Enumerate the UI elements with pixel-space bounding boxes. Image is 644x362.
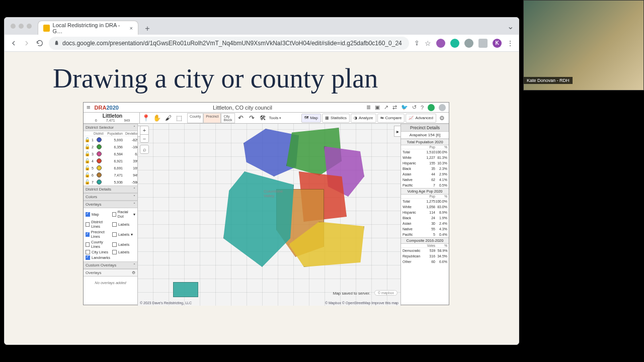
district-row[interactable]: 🔓 6 7,471 949 — [84, 171, 137, 178]
lock-icon[interactable]: 🔓 — [85, 137, 92, 142]
granularity-toggle[interactable]: County Precinct City Block — [187, 113, 235, 123]
lock-icon[interactable]: 🔓 — [85, 172, 92, 177]
overlay-citylines[interactable]: City Lines — [86, 250, 110, 254]
precinct-row: White1,05883.0% — [401, 204, 449, 210]
overlay-labels2[interactable]: Labels ▾ — [112, 230, 135, 239]
district-row[interactable]: 🔓 7 5,936 -586 — [84, 178, 137, 186]
extension-icon[interactable] — [464, 39, 473, 48]
overlay-labels[interactable]: Labels — [112, 220, 135, 229]
new-tab-button[interactable]: + — [141, 23, 153, 35]
menu-icon[interactable]: ≡ — [87, 104, 91, 111]
url-field[interactable]: docs.google.com/presentation/d/1qGwsERo0… — [49, 37, 409, 50]
precinct-row: Hispanic1148.9% — [401, 210, 449, 215]
browser-tab[interactable]: Local Redistricting in DRA - G… × — [38, 21, 138, 35]
map-attrib[interactable]: © Mapbox © OpenStreetMap Improve this ma… — [325, 301, 398, 305]
extension-icon[interactable] — [450, 39, 459, 48]
mode-map-button[interactable]: 🗺Map — [301, 114, 321, 123]
overlay-countylines[interactable]: County Lines — [86, 240, 110, 249]
gear-icon[interactable]: ⚙ — [439, 115, 445, 122]
lock-icon[interactable]: 🔓 — [85, 151, 92, 156]
user-icon[interactable] — [439, 104, 446, 111]
lock-icon[interactable]: 🔓 — [85, 144, 92, 149]
extension-icon[interactable] — [436, 39, 445, 48]
window-controls[interactable] — [11, 24, 32, 29]
district-row[interactable]: 🔓 1 5,693 -829 — [84, 136, 137, 143]
lock-icon[interactable]: 🔓 — [85, 165, 92, 170]
undo-icon[interactable]: ↶ — [236, 113, 246, 123]
overlay-racialdot[interactable]: Racial Dot ▾ — [112, 210, 135, 219]
address-bar: docs.google.com/presentation/d/1qGwsERo0… — [5, 35, 519, 52]
share-icon[interactable]: ⇪ — [414, 39, 420, 47]
collapse-right-icon[interactable]: ▸ — [394, 126, 401, 137]
district-swatch[interactable] — [97, 144, 102, 149]
status-icon[interactable] — [428, 104, 435, 111]
dra-map[interactable]: ◂ ▸ +− ⌕ Columbine Valley — [138, 124, 400, 306]
dra-app: ≡ DRA2020 Littleton, CO city council ≣ ▣… — [83, 102, 449, 305]
tools-icon[interactable]: 🛠 — [258, 113, 268, 123]
district-swatch[interactable] — [97, 151, 102, 156]
panel-district-details[interactable]: District Details˅ — [84, 186, 137, 193]
panel-custom-overlays[interactable]: Custom Overlays˄ — [84, 261, 137, 269]
plan-summary[interactable]: Littleton 6 7,471 949 — [86, 113, 140, 123]
slide-area: Drawing a city or county plan ≡ DRA2020 … — [5, 52, 519, 344]
district-row[interactable]: 🔓 4 6,921 399 — [84, 157, 137, 164]
panel-overlays[interactable]: Overlays˄ — [84, 201, 137, 208]
district-swatch[interactable] — [97, 158, 102, 163]
panel-colors[interactable]: Colors˅ — [84, 193, 137, 201]
district-swatch[interactable] — [97, 179, 102, 185]
precinct-sec-vap: Voting Age Pop 2020 — [401, 188, 449, 195]
gear-small-icon[interactable]: ⚙ — [132, 270, 135, 275]
panel-overlays-sub[interactable]: Overlays⚙ — [84, 269, 137, 277]
district-row[interactable]: 🔓 3 6,584 62 — [84, 150, 137, 157]
panel-district-selector[interactable]: District Selector˄ — [84, 124, 137, 131]
zoom-home-icon[interactable]: ⌕ — [140, 145, 149, 154]
reload-icon[interactable] — [36, 39, 44, 47]
tools-label[interactable]: Tools — [269, 116, 279, 120]
profile-avatar[interactable]: K — [493, 39, 502, 48]
precinct-row: Black241.9% — [401, 215, 449, 221]
overlay-precinctlines[interactable]: Precinct Lines — [86, 230, 110, 239]
dra-toolbar: Littleton 6 7,471 949 📍 ✋ 🖌 ⬚ County Pre… — [84, 113, 449, 124]
mode-advanced-button[interactable]: 📈Advanced — [406, 114, 436, 123]
chevron-up-icon: ˄ — [133, 263, 135, 267]
pin-tool-icon[interactable]: 📍 — [141, 113, 151, 123]
mode-stats-button[interactable]: ▦Statistics — [322, 114, 350, 123]
lock-icon[interactable]: 🔓 — [85, 158, 92, 163]
overlay-landmarks[interactable]: Landmarks — [86, 255, 110, 260]
district-row[interactable]: 🔓 2 6,356 -166 — [84, 143, 137, 150]
overlay-map[interactable]: Map — [86, 210, 110, 219]
redo-icon[interactable]: ↷ — [247, 113, 257, 123]
overlay-districtlines[interactable]: District Lines — [86, 220, 110, 229]
forward-icon[interactable] — [23, 39, 31, 47]
twitter-icon[interactable]: 🐦 — [401, 104, 408, 111]
back-icon[interactable] — [10, 39, 18, 47]
overlay-labels3[interactable]: Labels — [112, 240, 135, 249]
district-row[interactable]: 🔓 5 6,691 169 — [84, 164, 137, 171]
precinct-row: Total1,275100.0% — [401, 199, 449, 204]
open-icon[interactable]: ↗ — [384, 104, 388, 111]
extension-icon[interactable] — [478, 39, 488, 48]
district-swatch[interactable] — [97, 137, 102, 142]
dra-logo: DRA2020 — [95, 105, 119, 111]
kebab-icon[interactable]: ⋮ — [507, 39, 514, 47]
precinct-row: Hispanic15510.3% — [401, 160, 449, 166]
precinct-row: Asian302.4% — [401, 221, 449, 226]
district-swatch[interactable] — [97, 165, 102, 170]
star-icon[interactable]: ☆ — [425, 39, 431, 47]
erase-tool-icon[interactable]: ⬚ — [174, 113, 184, 123]
list-icon[interactable]: ≣ — [366, 104, 371, 111]
overlay-labels4[interactable]: Labels — [112, 250, 135, 254]
zoom-control[interactable]: +− — [140, 126, 149, 143]
district-swatch[interactable] — [97, 172, 102, 177]
lock-icon[interactable]: 🔓 — [85, 179, 92, 185]
share-icon[interactable]: ⇄ — [392, 104, 397, 111]
mode-compare-button[interactable]: ⇆Compare — [377, 114, 405, 123]
hand-tool-icon[interactable]: ✋ — [152, 113, 162, 123]
tabs-chevron-icon[interactable]: ⌄ — [507, 22, 514, 31]
chat-icon[interactable]: ▣ — [375, 104, 380, 111]
history-icon[interactable]: ↺ — [412, 104, 417, 111]
mode-analyze-button[interactable]: ◑Analyze — [351, 114, 376, 123]
help-icon[interactable]: ? — [421, 105, 424, 111]
close-tab-icon[interactable]: × — [130, 25, 133, 31]
paint-tool-icon[interactable]: 🖌 — [163, 113, 173, 123]
